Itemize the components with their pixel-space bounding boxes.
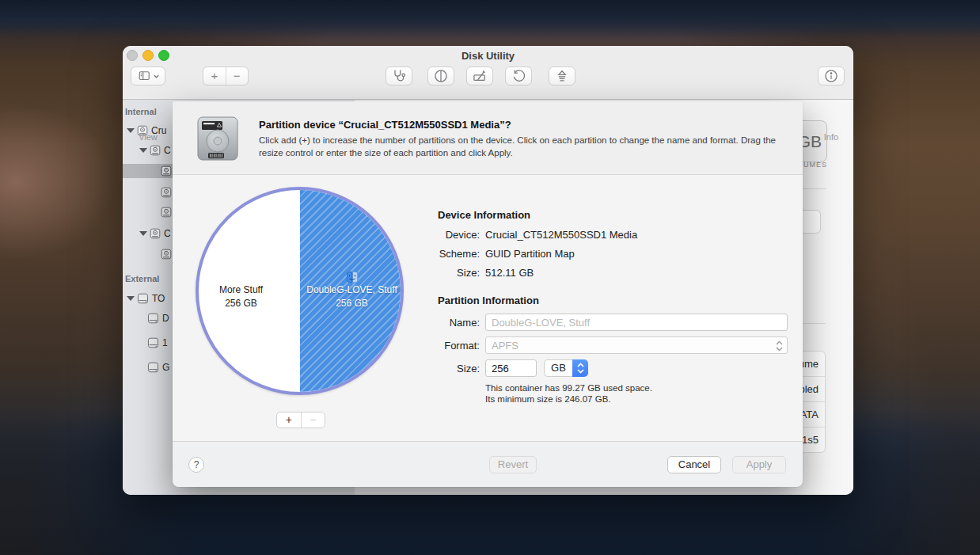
size-unit-select[interactable]: GB xyxy=(544,359,588,377)
sidebar-item-label: TO xyxy=(152,293,165,304)
sidebar-layout-icon xyxy=(137,69,153,83)
volume-icon xyxy=(161,249,172,260)
disclosure-triangle-icon[interactable] xyxy=(127,296,135,301)
external-drive-icon xyxy=(137,293,149,304)
view-label: View xyxy=(127,132,169,142)
add-volume-button[interactable]: + xyxy=(203,67,226,85)
size-unit-stepper[interactable] xyxy=(572,359,588,377)
titlebar-toolbar: Disk Utility View + − Volume First Aid P… xyxy=(123,46,853,100)
first-aid-button[interactable] xyxy=(386,67,412,86)
sidebar-item-label: C xyxy=(164,228,171,239)
disk-utility-window: Internal Cru C C xyxy=(123,46,853,495)
erase-button[interactable] xyxy=(466,67,493,86)
name-input[interactable] xyxy=(485,314,788,331)
remove-partition-button[interactable]: − xyxy=(302,412,325,428)
stepper-chevrons-icon xyxy=(576,362,585,374)
name-field-label: Name: xyxy=(410,317,480,329)
info-button[interactable] xyxy=(818,67,845,86)
scheme-row-label: Scheme: xyxy=(410,248,480,260)
minimum-size-note: Its minimum size is 246.07 GB. xyxy=(485,394,611,404)
size-row-label: Size: xyxy=(410,267,480,279)
volume-icon xyxy=(161,187,172,198)
format-selected-value: APFS xyxy=(492,340,518,352)
size-unit-value: GB xyxy=(544,359,572,377)
partition-add-remove-control: + − xyxy=(276,412,325,428)
restore-arrow-icon xyxy=(511,68,526,84)
internal-drive-icon xyxy=(150,145,161,156)
sidebar-item-label: C xyxy=(164,145,171,156)
hard-disk-icon xyxy=(196,116,239,162)
chevron-down-icon xyxy=(153,73,160,80)
select-stepper-icon xyxy=(775,340,784,352)
external-drive-icon xyxy=(147,337,159,348)
used-space-note: This container has 99.27 GB used space. xyxy=(485,383,652,393)
cancel-button[interactable]: Cancel xyxy=(667,456,721,473)
help-button[interactable]: ? xyxy=(188,457,204,473)
sidebar-item-label: D xyxy=(162,313,169,324)
add-partition-button[interactable]: + xyxy=(277,412,302,428)
partition-pie-icon xyxy=(433,68,449,84)
size-row-value: 512.11 GB xyxy=(485,267,534,279)
partition-size: 256 GB xyxy=(300,297,404,310)
sidebar-item-label: 1 xyxy=(162,337,168,348)
volume-icon xyxy=(161,165,172,177)
sheet-description: Click add (+) to increase the number of … xyxy=(259,135,794,159)
stethoscope-icon xyxy=(390,68,408,84)
format-select[interactable]: APFS xyxy=(485,336,788,354)
scheme-row-value: GUID Partition Map xyxy=(485,248,575,260)
window-title: Disk Utility xyxy=(123,50,853,62)
unmount-eject-icon xyxy=(554,68,570,84)
revert-button[interactable]: Revert xyxy=(489,456,537,473)
partition-button[interactable] xyxy=(427,67,454,86)
erase-pencil-icon xyxy=(471,68,488,84)
sidebar-section-external: External xyxy=(125,274,159,283)
view-button[interactable] xyxy=(131,67,165,86)
sheet-header: Partition device “Crucial_CT512M550SSD1 … xyxy=(173,101,803,175)
format-field-label: Format: xyxy=(410,340,480,352)
info-icon xyxy=(823,68,839,84)
partition-pie-chart: More Stuff 256 GB DoubleG-LOVE, Stuff 25… xyxy=(196,187,404,395)
device-row-value: Crucial_CT512M550SSD1 Media xyxy=(485,229,637,241)
external-drive-icon xyxy=(147,362,159,373)
apply-button[interactable]: Apply xyxy=(732,456,786,473)
device-row-label: Device: xyxy=(410,229,480,241)
partition-label-left[interactable]: More Stuff 256 GB xyxy=(196,283,293,310)
disclosure-triangle-icon[interactable] xyxy=(139,148,147,153)
partition-size-input[interactable] xyxy=(485,359,537,377)
partition-label-right[interactable]: DoubleG-LOVE, Stuff 256 GB xyxy=(300,283,404,310)
sidebar-section-internal: Internal xyxy=(125,107,157,116)
sidebar-item-label: G xyxy=(162,362,169,373)
restore-button[interactable] xyxy=(505,67,532,86)
partition-name: More Stuff xyxy=(196,283,293,297)
info-label: Info xyxy=(810,132,853,142)
disclosure-triangle-icon[interactable] xyxy=(139,231,147,236)
internal-drive-icon xyxy=(150,228,161,239)
partition-info-heading: Partition Information xyxy=(438,295,539,306)
external-drive-icon xyxy=(147,313,159,324)
partition-name: DoubleG-LOVE, Stuff xyxy=(300,283,404,297)
partition-sheet: Partition device “Crucial_CT512M550SSD1 … xyxy=(173,101,803,487)
volume-icon xyxy=(161,207,172,218)
finder-icon xyxy=(347,272,358,283)
device-info-heading: Device Information xyxy=(438,209,530,221)
unmount-button[interactable] xyxy=(549,67,575,86)
size-field-label: Size: xyxy=(410,363,480,374)
volume-add-remove-control[interactable]: + − xyxy=(203,67,249,86)
partition-size: 256 GB xyxy=(196,297,293,310)
remove-volume-button[interactable]: − xyxy=(226,67,248,85)
sheet-title: Partition device “Crucial_CT512M550SSD1 … xyxy=(259,119,511,131)
